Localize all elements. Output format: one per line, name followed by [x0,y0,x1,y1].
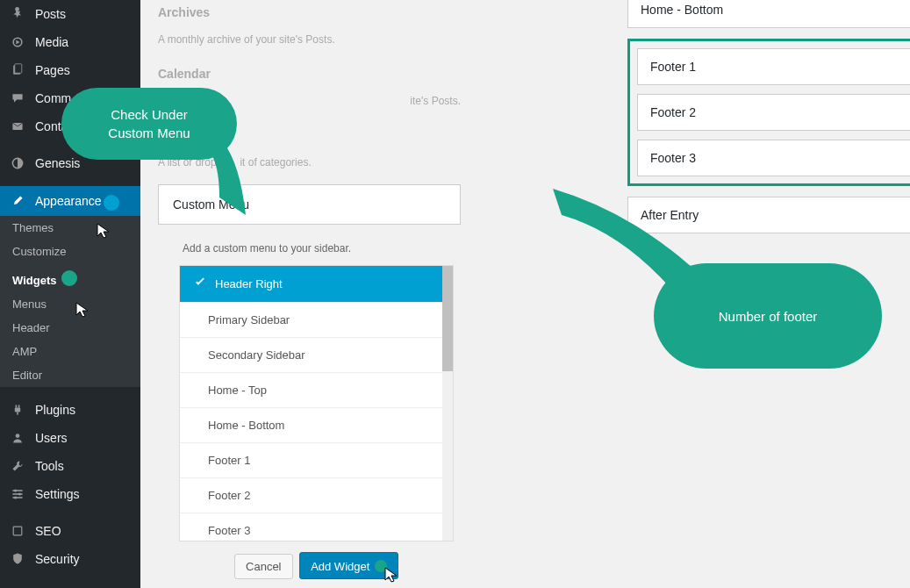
dropdown-option[interactable]: Home - Bottom [180,408,442,443]
sidebar-label: Genesis [35,156,80,170]
svg-rect-11 [17,412,18,414]
svg-rect-9 [16,405,18,407]
sidebar-sub-amp[interactable]: AMP [0,340,140,363]
cursor-icon [75,302,91,318]
cancel-button[interactable]: Cancel [234,554,292,579]
footer-highlight-box: Footer 1 ▼ Footer 2 ▼ Footer 3 ▼ [627,39,910,186]
area-label: Footer 2 [650,105,696,119]
sidebar-label: Appearance [35,194,102,208]
callout-text: Custom Menu [84,124,214,142]
callout-text: Check Under [84,105,214,124]
sidebar-sub-editor[interactable]: Editor [0,363,140,387]
dropdown-option[interactable]: Footer 1 [180,443,442,478]
media-icon [11,35,28,49]
tool-icon [11,459,28,473]
widget-area-footer-2[interactable]: Footer 2 ▼ [637,94,910,131]
sidebar-sub-widgets[interactable]: Widgets [0,263,140,292]
sidebar-label: Security [35,552,80,566]
svg-rect-8 [15,408,20,412]
sidebar-label: Media [35,35,68,49]
widget-area-home-bottom[interactable]: Home - Bottom ▼ [627,0,910,28]
sidebar-item-posts[interactable]: Posts [0,0,140,28]
contact-icon [11,119,28,133]
dropdown-option[interactable]: Secondary Sidebar [180,338,442,373]
callout-footer-count: Number of footer [654,263,882,369]
sidebar-label: Settings [35,487,80,501]
sidebar-label: Posts [35,7,66,21]
sidebar-label: Pages [35,63,70,77]
sidebar-label: SEO [35,524,61,538]
svg-point-12 [16,434,20,438]
svg-point-1 [15,7,19,11]
area-label: Home - Bottom [641,3,723,17]
widget-buttons: Cancel Add Widget [179,541,454,579]
svg-rect-10 [18,405,20,407]
widget-archives: Archives A monthly archive of your site'… [158,0,461,46]
settings-icon [11,487,28,501]
sidebar-label: Plugins [35,403,75,417]
svg-point-18 [14,496,17,498]
sidebar-item-plugins[interactable]: Plugins [0,396,140,424]
cursor-icon [97,223,112,239]
pin-icon [11,7,28,21]
cursor-icon [384,567,400,583]
area-label: Footer 3 [650,151,696,165]
sidebar-label: Comm [35,91,71,105]
sidebar-item-media[interactable]: Media [0,28,140,56]
sidebar-item-appearance[interactable]: Appearance [0,186,140,216]
area-label: Footer 1 [650,60,696,74]
dropdown-option[interactable]: Home - Top [180,373,442,408]
widget-card-desc: Add a custom menu to your sidebar. [158,233,461,265]
sidebar-sub-themes[interactable]: Themes [0,216,140,240]
dropdown-option[interactable]: Footer 3 [180,513,442,541]
dropdown-option[interactable]: Footer 2 [180,478,442,513]
sidebar-label: Tools [35,459,64,473]
dropdown-option-label: Header Right [215,277,283,290]
scrollbar-thumb[interactable] [442,266,453,371]
page-icon [11,63,28,77]
widget-title: Calendar [158,61,461,81]
marker-dot-icon [104,195,119,211]
user-icon [11,431,28,445]
sidebar-item-security[interactable]: Security [0,545,140,573]
widget-area-footer-1[interactable]: Footer 1 ▼ [637,48,910,85]
sidebar-item-tools[interactable]: Tools [0,452,140,480]
svg-point-16 [14,489,17,491]
widget-area-footer-3[interactable]: Footer 3 ▼ [637,140,910,176]
widget-title: Archives [158,0,461,19]
brush-icon [11,194,28,208]
svg-rect-19 [13,527,22,535]
scrollbar[interactable] [442,266,453,541]
comment-icon [11,91,28,105]
shield-icon [11,552,28,566]
sidebar-sub-customize[interactable]: Customize [0,240,140,263]
available-widgets-column: Archives A monthly archive of your site'… [158,0,461,579]
plugin-icon [11,403,28,417]
sidebar-sub-label: Widgets [12,274,56,287]
widget-desc: A monthly archive of your site's Posts. [158,33,461,46]
sidebar-item-settings[interactable]: Settings [0,480,140,508]
widget-area-dropdown: Header Right Primary Sidebar Secondary S… [179,265,454,541]
marker-dot-icon [61,270,77,286]
sidebar-item-seo[interactable]: SEO [0,517,140,545]
sidebar-sub-menus[interactable]: Menus [0,292,140,316]
dropdown-option[interactable]: Primary Sidebar [180,303,442,338]
svg-point-17 [18,492,21,495]
sidebar-item-users[interactable]: Users [0,424,140,452]
seo-icon [11,524,28,538]
button-label: Add Widget [311,560,369,573]
check-icon [194,276,206,291]
dropdown-option-header-right[interactable]: Header Right [180,266,442,303]
sidebar-label: Users [35,431,68,445]
sidebar-sub-header[interactable]: Header [0,316,140,340]
svg-rect-4 [15,64,22,73]
genesis-icon [11,156,28,170]
sidebar-item-pages[interactable]: Pages [0,56,140,84]
callout-text: Number of footer [719,307,818,326]
callout-custom-menu: Check Under Custom Menu [61,88,237,160]
